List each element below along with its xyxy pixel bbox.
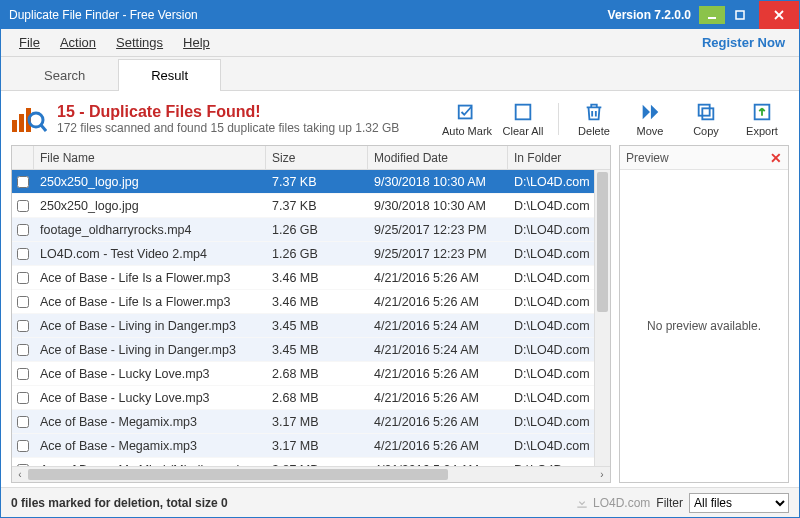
- vertical-scrollbar[interactable]: [594, 170, 610, 466]
- row-checkbox-cell: [12, 224, 34, 236]
- table-row[interactable]: 250x250_logo.jpg7.37 KB9/30/2018 10:30 A…: [12, 170, 610, 194]
- row-checkbox[interactable]: [17, 320, 29, 332]
- table-row[interactable]: Ace of Base - Living in Danger.mp33.45 M…: [12, 314, 610, 338]
- row-checkbox[interactable]: [17, 368, 29, 380]
- column-in-folder[interactable]: In Folder: [508, 146, 610, 169]
- action-toolbar: Auto Mark Clear All Delete Move Cop: [440, 99, 789, 139]
- row-checkbox[interactable]: [17, 200, 29, 212]
- column-checkbox[interactable]: [12, 146, 34, 169]
- cell-size: 3.45 MB: [266, 343, 368, 357]
- cell-size: 3.17 MB: [266, 439, 368, 453]
- cell-filename: Ace of Base - Life Is a Flower.mp3: [34, 295, 266, 309]
- summary-headline: 15 - Duplicate Files Found!: [57, 103, 399, 121]
- cell-modified-date: 4/21/2016 5:26 AM: [368, 391, 508, 405]
- summary-chart-magnifier-icon: [11, 104, 47, 134]
- cell-modified-date: 9/30/2018 10:30 AM: [368, 175, 508, 189]
- cell-filename: Ace of Base - Life Is a Flower.mp3: [34, 271, 266, 285]
- copy-icon: [695, 101, 717, 123]
- row-checkbox[interactable]: [17, 416, 29, 428]
- column-modified-date[interactable]: Modified Date: [368, 146, 508, 169]
- move-button[interactable]: Move: [623, 99, 677, 139]
- preview-header: Preview ✕: [620, 146, 788, 170]
- row-checkbox[interactable]: [17, 440, 29, 452]
- cell-filename: 250x250_logo.jpg: [34, 199, 266, 213]
- close-button[interactable]: [759, 1, 799, 29]
- svg-line-9: [41, 125, 46, 131]
- table-row[interactable]: Ace of Base - Megamix.mp33.17 MB4/21/201…: [12, 434, 610, 458]
- table-row[interactable]: footage_oldharryrocks.mp41.26 GB9/25/201…: [12, 218, 610, 242]
- row-checkbox[interactable]: [17, 176, 29, 188]
- row-checkbox-cell: [12, 392, 34, 404]
- svg-rect-11: [516, 105, 531, 120]
- row-checkbox[interactable]: [17, 296, 29, 308]
- tab-search[interactable]: Search: [11, 59, 118, 91]
- column-filename[interactable]: File Name: [34, 146, 266, 169]
- row-checkbox-cell: [12, 296, 34, 308]
- cell-modified-date: 9/25/2017 12:23 PM: [368, 223, 508, 237]
- copy-button[interactable]: Copy: [679, 99, 733, 139]
- preview-close-button[interactable]: ✕: [770, 150, 782, 166]
- minimize-button[interactable]: [699, 6, 725, 24]
- scroll-left-icon[interactable]: ‹: [12, 467, 28, 483]
- main-split: File Name Size Modified Date In Folder 2…: [11, 145, 789, 483]
- row-checkbox-cell: [12, 200, 34, 212]
- menu-help[interactable]: Help: [173, 31, 220, 54]
- table-row[interactable]: Ace of Base - Lucky Love.mp32.68 MB4/21/…: [12, 362, 610, 386]
- menu-action[interactable]: Action: [50, 31, 106, 54]
- cell-size: 3.45 MB: [266, 319, 368, 333]
- cell-filename: LO4D.com - Test Video 2.mp4: [34, 247, 266, 261]
- menu-file[interactable]: File: [9, 31, 50, 54]
- menu-settings[interactable]: Settings: [106, 31, 173, 54]
- row-checkbox-cell: [12, 176, 34, 188]
- export-button[interactable]: Export: [735, 99, 789, 139]
- summary-subline: 172 files scanned and found 15 duplicate…: [57, 121, 399, 135]
- delete-button[interactable]: Delete: [567, 99, 621, 139]
- cell-modified-date: 4/21/2016 5:26 AM: [368, 271, 508, 285]
- row-checkbox[interactable]: [17, 224, 29, 236]
- cell-modified-date: 4/21/2016 5:26 AM: [368, 367, 508, 381]
- row-checkbox[interactable]: [17, 248, 29, 260]
- register-now-link[interactable]: Register Now: [702, 35, 791, 50]
- table-row[interactable]: Ace of Base - Living in Danger.mp33.45 M…: [12, 338, 610, 362]
- cell-modified-date: 4/21/2016 5:26 AM: [368, 295, 508, 309]
- clear-all-button[interactable]: Clear All: [496, 99, 550, 139]
- cell-size: 2.68 MB: [266, 391, 368, 405]
- table-row[interactable]: LO4D.com - Test Video 2.mp41.26 GB9/25/2…: [12, 242, 610, 266]
- row-checkbox[interactable]: [17, 272, 29, 284]
- maximize-button[interactable]: [727, 6, 753, 24]
- cell-filename: Ace of Base - Lucky Love.mp3: [34, 367, 266, 381]
- preview-title: Preview: [626, 151, 669, 165]
- svg-rect-6: [19, 114, 24, 132]
- export-icon: [751, 101, 773, 123]
- table-row[interactable]: Ace of Base - Life Is a Flower.mp33.46 M…: [12, 266, 610, 290]
- row-checkbox[interactable]: [17, 392, 29, 404]
- scroll-right-icon[interactable]: ›: [594, 467, 610, 483]
- row-checkbox-cell: [12, 272, 34, 284]
- titlebar: Duplicate File Finder - Free Version Ver…: [1, 1, 799, 29]
- cell-modified-date: 4/21/2016 5:24 AM: [368, 343, 508, 357]
- row-checkbox-cell: [12, 416, 34, 428]
- horizontal-scrollbar[interactable]: ‹ ›: [12, 466, 610, 482]
- cell-modified-date: 4/21/2016 5:26 AM: [368, 415, 508, 429]
- svg-rect-2: [736, 11, 744, 19]
- status-text: 0 files marked for deletion, total size …: [11, 496, 228, 510]
- table-row[interactable]: Ace of Base - Megamix.mp33.17 MB4/21/201…: [12, 410, 610, 434]
- statusbar: 0 files marked for deletion, total size …: [1, 487, 799, 517]
- table-row[interactable]: Ace of Base - Lucky Love.mp32.68 MB4/21/…: [12, 386, 610, 410]
- svg-rect-12: [702, 108, 713, 119]
- svg-point-8: [29, 113, 43, 127]
- table-row[interactable]: Ace of Base - My Mind (Mindless mix).mp3…: [12, 458, 610, 466]
- cell-filename: Ace of Base - Megamix.mp3: [34, 439, 266, 453]
- table-row[interactable]: Ace of Base - Life Is a Flower.mp33.46 M…: [12, 290, 610, 314]
- tab-result[interactable]: Result: [118, 59, 221, 91]
- table-row[interactable]: 250x250_logo.jpg7.37 KB9/30/2018 10:30 A…: [12, 194, 610, 218]
- column-size[interactable]: Size: [266, 146, 368, 169]
- row-checkbox[interactable]: [17, 344, 29, 356]
- svg-rect-1: [708, 17, 716, 19]
- summary: 15 - Duplicate Files Found! 172 files sc…: [11, 103, 399, 135]
- table-header: File Name Size Modified Date In Folder: [12, 146, 610, 170]
- row-checkbox-cell: [12, 344, 34, 356]
- auto-mark-button[interactable]: Auto Mark: [440, 99, 494, 139]
- filter-select[interactable]: All files: [689, 493, 789, 513]
- menubar: File Action Settings Help Register Now: [1, 29, 799, 57]
